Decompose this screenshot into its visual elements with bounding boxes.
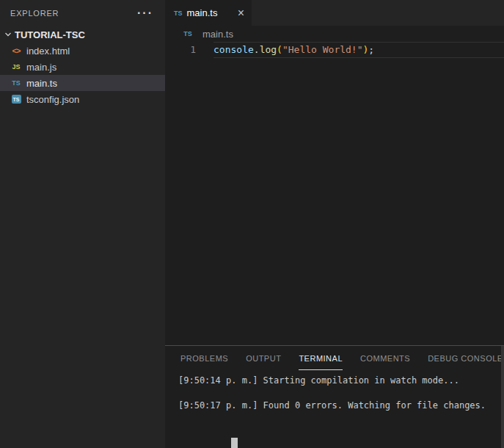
token-open-paren: ( [277, 44, 282, 55]
code-editor[interactable]: TS main.ts 1 console.log("Hello World!")… [165, 26, 504, 345]
bottom-panel: PROBLEMS OUTPUT TERMINAL COMMENTS DEBUG … [165, 345, 504, 448]
panel-tab-output[interactable]: OUTPUT [246, 346, 281, 370]
chevron-down-icon [3, 29, 13, 40]
editor-group: TS main.ts × TS main.ts 1 console.log("H… [165, 0, 504, 448]
folder-row-tutorial-tsc[interactable]: TUTORIAL-TSC [0, 26, 165, 43]
token-semicolon: ; [368, 44, 374, 55]
ts-icon: TS [181, 30, 194, 37]
terminal-cursor-line [178, 424, 504, 437]
html-icon: <> [10, 46, 23, 55]
token-string: "Hello World!" [282, 44, 363, 55]
terminal-scrollbar[interactable] [501, 346, 504, 448]
breadcrumb: TS main.ts [165, 26, 504, 42]
tsconfig-icon: TS [12, 95, 21, 104]
tab-title: main.ts [187, 7, 232, 18]
file-name: main.js [26, 62, 56, 73]
panel-tab-terminal[interactable]: TERMINAL [299, 346, 343, 370]
vscode-window: EXPLORER ··· TUTORIAL-TSC <> index.html … [0, 0, 504, 448]
js-icon: JS [10, 63, 23, 71]
more-actions-icon[interactable]: ··· [137, 10, 153, 16]
terminal-cursor [231, 438, 238, 448]
terminal-output[interactable]: [9:50:14 p. m.] Starting compilation in … [165, 370, 504, 437]
code-content[interactable]: console.log("Hello World!"); [213, 42, 504, 58]
code-line-1: 1 console.log("Hello World!"); [165, 42, 504, 58]
file-name: main.ts [26, 78, 57, 89]
ts-icon: TS [174, 10, 183, 17]
tab-main-ts[interactable]: TS main.ts × [165, 0, 252, 26]
panel-tabbar: PROBLEMS OUTPUT TERMINAL COMMENTS DEBUG … [165, 346, 504, 370]
token-object: console [213, 44, 254, 55]
file-name: index.html [26, 46, 70, 57]
folder-name: TUTORIAL-TSC [15, 29, 85, 40]
file-item-main-js[interactable]: JS main.js [0, 59, 165, 75]
explorer-header: EXPLORER ··· [0, 0, 165, 26]
terminal-line: [9:50:14 p. m.] Starting compilation in … [178, 375, 504, 387]
explorer-sidebar: EXPLORER ··· TUTORIAL-TSC <> index.html … [0, 0, 165, 448]
terminal-line [178, 387, 504, 400]
panel-tab-debug-console[interactable]: DEBUG CONSOLE [428, 346, 503, 370]
file-item-tsconfig-json[interactable]: TS tsconfig.json [0, 91, 165, 107]
token-dot: . [254, 44, 260, 55]
explorer-title: EXPLORER [10, 9, 59, 18]
file-item-index-html[interactable]: <> index.html [0, 43, 165, 59]
panel-tab-problems[interactable]: PROBLEMS [180, 346, 228, 370]
token-method: log [260, 44, 277, 55]
line-number: 1 [165, 42, 213, 58]
panel-tab-comments[interactable]: COMMENTS [360, 346, 410, 370]
ts-icon: TS [10, 79, 23, 87]
file-item-main-ts[interactable]: TS main.ts [0, 75, 165, 91]
file-icon-wrap: TS [10, 95, 23, 104]
terminal-line: [9:50:17 p. m.] Found 0 errors. Watching… [178, 400, 504, 412]
file-name: tsconfig.json [26, 94, 79, 105]
breadcrumb-file[interactable]: main.ts [202, 29, 233, 40]
terminal-line [178, 412, 504, 424]
editor-tabbar: TS main.ts × [165, 0, 504, 26]
close-icon[interactable]: × [236, 7, 246, 19]
